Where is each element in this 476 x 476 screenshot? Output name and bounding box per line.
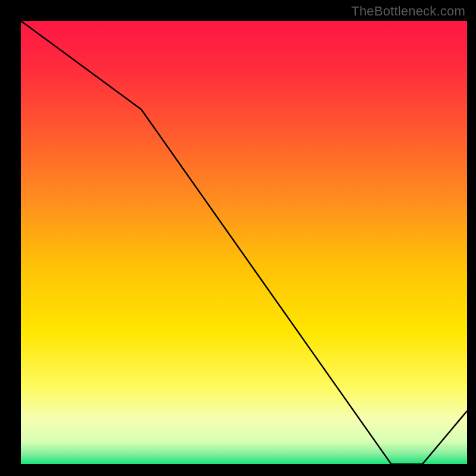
chart-svg <box>0 0 476 476</box>
plot-background <box>21 21 467 464</box>
watermark-text: TheBottleneck.com <box>351 4 465 19</box>
bottleneck-chart <box>0 0 476 476</box>
